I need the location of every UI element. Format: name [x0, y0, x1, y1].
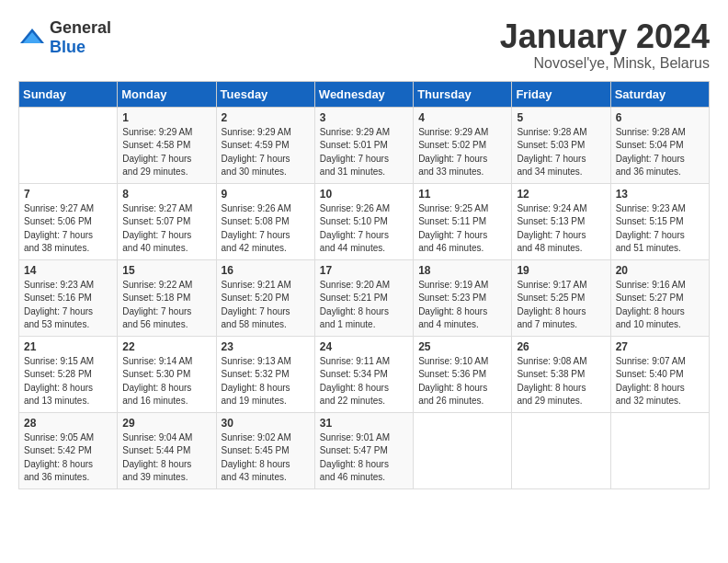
day-info: Sunrise: 9:04 AMSunset: 5:44 PMDaylight:… [122, 431, 210, 485]
calendar-cell: 20Sunrise: 9:16 AMSunset: 5:27 PMDayligh… [610, 259, 709, 336]
calendar-cell: 12Sunrise: 9:24 AMSunset: 5:13 PMDayligh… [512, 183, 610, 259]
title-area: January 2024 Novosel'ye, Minsk, Belarus [500, 18, 710, 72]
day-number: 3 [320, 111, 408, 124]
day-info: Sunrise: 9:29 AMSunset: 5:02 PMDaylight:… [418, 126, 506, 179]
day-info: Sunrise: 9:22 AMSunset: 5:18 PMDaylight:… [122, 279, 210, 332]
calendar-cell: 25Sunrise: 9:10 AMSunset: 5:36 PMDayligh… [414, 336, 512, 412]
day-info: Sunrise: 9:13 AMSunset: 5:32 PMDaylight:… [222, 355, 310, 408]
calendar-cell: 13Sunrise: 9:23 AMSunset: 5:15 PMDayligh… [610, 183, 709, 259]
day-number: 7 [24, 188, 112, 201]
day-number: 20 [616, 264, 704, 277]
day-number: 27 [616, 340, 704, 353]
day-info: Sunrise: 9:29 AMSunset: 4:58 PMDaylight:… [122, 126, 210, 179]
day-info: Sunrise: 9:05 AMSunset: 5:42 PMDaylight:… [24, 431, 112, 485]
day-info: Sunrise: 9:19 AMSunset: 5:23 PMDaylight:… [418, 279, 506, 332]
calendar-week-row: 7Sunrise: 9:27 AMSunset: 5:06 PMDaylight… [19, 183, 710, 259]
day-number: 16 [222, 264, 310, 277]
day-info: Sunrise: 9:27 AMSunset: 5:06 PMDaylight:… [24, 202, 112, 256]
calendar-cell [610, 412, 709, 488]
day-info: Sunrise: 9:16 AMSunset: 5:27 PMDaylight:… [616, 279, 704, 332]
day-number: 25 [418, 340, 506, 353]
day-info: Sunrise: 9:23 AMSunset: 5:16 PMDaylight:… [24, 279, 112, 332]
day-info: Sunrise: 9:28 AMSunset: 5:03 PMDaylight:… [517, 126, 605, 179]
weekday-header-row: SundayMondayTuesdayWednesdayThursdayFrid… [19, 81, 710, 107]
calendar-week-row: 21Sunrise: 9:15 AMSunset: 5:28 PMDayligh… [19, 336, 710, 412]
calendar-cell: 27Sunrise: 9:07 AMSunset: 5:40 PMDayligh… [610, 336, 709, 412]
day-number: 10 [320, 188, 408, 201]
calendar-cell: 15Sunrise: 9:22 AMSunset: 5:18 PMDayligh… [118, 259, 216, 336]
day-number: 8 [122, 188, 210, 201]
day-number: 24 [320, 340, 408, 353]
calendar-cell: 29Sunrise: 9:04 AMSunset: 5:44 PMDayligh… [118, 412, 216, 488]
day-number: 13 [616, 188, 704, 201]
logo-blue: Blue [50, 38, 85, 56]
calendar-cell: 18Sunrise: 9:19 AMSunset: 5:23 PMDayligh… [414, 259, 512, 336]
weekday-header: Tuesday [216, 81, 314, 107]
day-number: 21 [24, 340, 112, 353]
page-header: General Blue January 2024 Novosel'ye, Mi… [18, 18, 710, 72]
calendar-cell: 14Sunrise: 9:23 AMSunset: 5:16 PMDayligh… [19, 259, 118, 336]
location-title: Novosel'ye, Minsk, Belarus [500, 55, 710, 72]
day-number: 29 [122, 417, 210, 430]
calendar-cell: 21Sunrise: 9:15 AMSunset: 5:28 PMDayligh… [19, 336, 118, 412]
day-number: 1 [122, 111, 210, 124]
calendar-cell: 1Sunrise: 9:29 AMSunset: 4:58 PMDaylight… [118, 107, 216, 183]
day-info: Sunrise: 9:07 AMSunset: 5:40 PMDaylight:… [616, 355, 704, 408]
day-info: Sunrise: 9:26 AMSunset: 5:08 PMDaylight:… [222, 202, 310, 256]
day-number: 5 [517, 111, 605, 124]
day-number: 15 [122, 264, 210, 277]
logo: General Blue [18, 18, 111, 57]
day-number: 11 [418, 188, 506, 201]
calendar-cell [19, 107, 118, 183]
weekday-header: Sunday [19, 81, 118, 107]
day-number: 9 [222, 188, 310, 201]
calendar-cell: 31Sunrise: 9:01 AMSunset: 5:47 PMDayligh… [314, 412, 413, 488]
calendar-table: SundayMondayTuesdayWednesdayThursdayFrid… [18, 81, 710, 489]
calendar-cell: 10Sunrise: 9:26 AMSunset: 5:10 PMDayligh… [314, 183, 413, 259]
logo-general: General [50, 18, 111, 37]
weekday-header: Saturday [610, 81, 709, 107]
day-info: Sunrise: 9:25 AMSunset: 5:11 PMDaylight:… [418, 202, 506, 256]
day-info: Sunrise: 9:21 AMSunset: 5:20 PMDaylight:… [222, 279, 310, 332]
day-info: Sunrise: 9:15 AMSunset: 5:28 PMDaylight:… [24, 355, 112, 408]
calendar-cell: 17Sunrise: 9:20 AMSunset: 5:21 PMDayligh… [314, 259, 413, 336]
day-number: 23 [222, 340, 310, 353]
calendar-cell [512, 412, 610, 488]
calendar-cell: 16Sunrise: 9:21 AMSunset: 5:20 PMDayligh… [216, 259, 314, 336]
day-info: Sunrise: 9:08 AMSunset: 5:38 PMDaylight:… [517, 355, 605, 408]
calendar-week-row: 1Sunrise: 9:29 AMSunset: 4:58 PMDaylight… [19, 107, 710, 183]
calendar-cell: 6Sunrise: 9:28 AMSunset: 5:04 PMDaylight… [610, 107, 709, 183]
day-number: 22 [122, 340, 210, 353]
day-number: 2 [222, 111, 310, 124]
day-number: 17 [320, 264, 408, 277]
day-info: Sunrise: 9:17 AMSunset: 5:25 PMDaylight:… [517, 279, 605, 332]
calendar-cell: 3Sunrise: 9:29 AMSunset: 5:01 PMDaylight… [314, 107, 413, 183]
day-number: 14 [24, 264, 112, 277]
day-info: Sunrise: 9:24 AMSunset: 5:13 PMDaylight:… [517, 202, 605, 256]
day-info: Sunrise: 9:02 AMSunset: 5:45 PMDaylight:… [222, 431, 310, 485]
weekday-header: Friday [512, 81, 610, 107]
weekday-header: Thursday [414, 81, 512, 107]
day-number: 31 [320, 417, 408, 430]
calendar-cell: 7Sunrise: 9:27 AMSunset: 5:06 PMDaylight… [19, 183, 118, 259]
calendar-cell: 8Sunrise: 9:27 AMSunset: 5:07 PMDaylight… [118, 183, 216, 259]
day-number: 12 [517, 188, 605, 201]
day-number: 6 [616, 111, 704, 124]
day-info: Sunrise: 9:10 AMSunset: 5:36 PMDaylight:… [418, 355, 506, 408]
day-number: 18 [418, 264, 506, 277]
weekday-header: Monday [118, 81, 216, 107]
calendar-cell: 19Sunrise: 9:17 AMSunset: 5:25 PMDayligh… [512, 259, 610, 336]
calendar-week-row: 14Sunrise: 9:23 AMSunset: 5:16 PMDayligh… [19, 259, 710, 336]
day-info: Sunrise: 9:27 AMSunset: 5:07 PMDaylight:… [122, 202, 210, 256]
calendar-week-row: 28Sunrise: 9:05 AMSunset: 5:42 PMDayligh… [19, 412, 710, 488]
day-info: Sunrise: 9:28 AMSunset: 5:04 PMDaylight:… [616, 126, 704, 179]
weekday-header: Wednesday [314, 81, 413, 107]
calendar-cell: 30Sunrise: 9:02 AMSunset: 5:45 PMDayligh… [216, 412, 314, 488]
day-info: Sunrise: 9:14 AMSunset: 5:30 PMDaylight:… [122, 355, 210, 408]
calendar-cell: 22Sunrise: 9:14 AMSunset: 5:30 PMDayligh… [118, 336, 216, 412]
calendar-cell: 2Sunrise: 9:29 AMSunset: 4:59 PMDaylight… [216, 107, 314, 183]
day-info: Sunrise: 9:29 AMSunset: 5:01 PMDaylight:… [320, 126, 408, 179]
day-info: Sunrise: 9:26 AMSunset: 5:10 PMDaylight:… [320, 202, 408, 256]
month-title: January 2024 [500, 18, 710, 55]
logo-icon [18, 27, 46, 49]
